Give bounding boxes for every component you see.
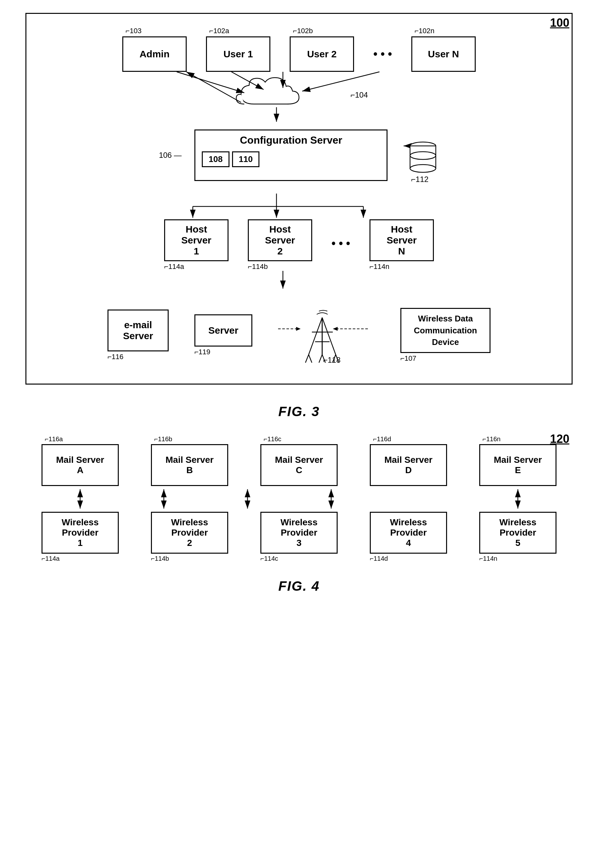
- user1-ref: ⌐102a: [209, 27, 229, 35]
- wp-5-label: WirelessProvider5: [499, 517, 537, 548]
- host-row: HostServer1 ⌐114a HostServer2 ⌐114b • • …: [46, 219, 552, 271]
- ms-a-label: Mail ServerA: [56, 455, 104, 475]
- svg-marker-21: [296, 327, 300, 331]
- admin-box: Admin: [122, 36, 187, 72]
- mail-server-a-box: Mail ServerA: [42, 444, 119, 486]
- ms-d-label: Mail ServerD: [384, 455, 432, 475]
- wireless-provider-row: WirelessProvider1 ⌐114a WirelessProvider…: [25, 512, 573, 562]
- user2-label: User 2: [307, 49, 337, 60]
- host-server-2-label: HostServer2: [265, 224, 295, 257]
- wireless-device-box: Wireless DataCommunicationDevice: [401, 308, 490, 353]
- wp-1-label: WirelessProvider1: [62, 517, 99, 548]
- wp-5-box: WirelessProvider5: [479, 512, 556, 554]
- wp-1-box: WirelessProvider1: [42, 512, 119, 554]
- config-server-label: Configuration Server: [202, 134, 380, 146]
- wp-3-col: WirelessProvider3 ⌐114c: [260, 512, 338, 562]
- mail-server-b-box: Mail ServerB: [151, 444, 228, 486]
- mail-server-e-box: Mail ServerE: [479, 444, 556, 486]
- chip-108: 108: [202, 151, 229, 167]
- svg-line-27: [322, 318, 336, 355]
- wp-4-label: WirelessProvider4: [390, 517, 427, 548]
- svg-line-28: [305, 355, 309, 363]
- wp-1-ref: ⌐114a: [42, 555, 60, 562]
- wp-3-ref: ⌐114c: [260, 555, 278, 562]
- admin-ref: ⌐103: [126, 27, 142, 35]
- external-row: e-mailServer ⌐116 Server ⌐119: [46, 306, 552, 364]
- fig4-diagram: ⌐116a Mail ServerA ⌐116b Mail ServerB ⌐1…: [25, 435, 573, 562]
- server-ref: ⌐119: [194, 348, 211, 356]
- mail-server-b-col: ⌐116b Mail ServerB: [151, 435, 228, 486]
- top-dots: • • •: [373, 40, 392, 72]
- wireless-ref: ⌐107: [401, 354, 417, 363]
- db-icon: [407, 139, 439, 178]
- wp-2-box: WirelessProvider2: [151, 512, 228, 554]
- user1-label: User 1: [223, 49, 253, 60]
- server-box: Server: [194, 314, 252, 346]
- ms-c-label: Mail ServerC: [275, 455, 323, 475]
- svg-line-2: [177, 72, 244, 93]
- host-server-n-label: HostServerN: [387, 224, 417, 257]
- wp-3-label: WirelessProvider3: [281, 517, 318, 548]
- wp-4-col: WirelessProvider4 ⌐114d: [370, 512, 447, 562]
- host2-ref: ⌐114b: [248, 262, 268, 271]
- tower-svg: ⌐118: [278, 306, 375, 364]
- wp-4-box: WirelessProvider4: [370, 512, 447, 554]
- wireless-device-label: Wireless DataCommunicationDevice: [414, 313, 477, 348]
- mail-server-d-col: ⌐116d Mail ServerD: [370, 435, 447, 486]
- email-server-box: e-mailServer: [108, 309, 169, 351]
- wp-5-ref: ⌐114n: [479, 555, 497, 562]
- mail-server-d-box: Mail ServerD: [370, 444, 447, 486]
- cloud-shape: [236, 78, 299, 104]
- wp-2-col: WirelessProvider2 ⌐114b: [151, 512, 228, 562]
- user1-box: User 1: [206, 36, 271, 72]
- config-ref-left: 106 —: [159, 151, 182, 160]
- svg-line-32: [319, 355, 322, 363]
- host-server-2-box: HostServer2: [248, 219, 312, 261]
- wp-3-box: WirelessProvider3: [260, 512, 338, 554]
- wp-4-ref: ⌐114d: [370, 555, 388, 562]
- ms-b-label: Mail ServerB: [166, 455, 214, 475]
- host-server-n-box: HostServerN: [369, 219, 434, 261]
- svg-marker-22: [333, 327, 338, 331]
- fig4-caption: FIG. 4: [278, 579, 320, 594]
- ms-d-ref: ⌐116d: [373, 435, 391, 443]
- svg-line-5: [302, 72, 380, 91]
- wp-5-col: WirelessProvider5 ⌐114n: [479, 512, 556, 562]
- host-server-1-label: HostServer1: [181, 224, 211, 257]
- fig3-caption: FIG. 3: [278, 404, 320, 419]
- host1-ref: ⌐114a: [164, 262, 184, 271]
- tower-ref-text: ⌐118: [323, 355, 341, 364]
- ms-e-label: Mail ServerE: [494, 455, 542, 475]
- config-to-host-arrows: [154, 193, 444, 219]
- svg-line-29: [309, 355, 312, 363]
- usern-label: User N: [428, 49, 459, 60]
- user2-box: User 2: [290, 36, 354, 72]
- ms-c-ref: ⌐116c: [264, 435, 281, 443]
- db-ref: ⌐112: [411, 175, 428, 184]
- email-ref: ⌐116: [108, 353, 124, 361]
- svg-line-26: [309, 318, 322, 355]
- wp-2-ref: ⌐114b: [151, 555, 169, 562]
- config-server-box: Configuration Server 108 110: [194, 129, 387, 181]
- wp-2-label: WirelessProvider2: [171, 517, 208, 548]
- host-dots: • • •: [332, 219, 350, 271]
- mail-server-a-col: ⌐116a Mail ServerA: [42, 435, 119, 486]
- svg-line-7: [186, 72, 241, 102]
- tower-area: ⌐118: [278, 306, 375, 364]
- mail-server-c-box: Mail ServerC: [260, 444, 338, 486]
- svg-point-12: [410, 152, 436, 159]
- wp-1-col: WirelessProvider1 ⌐114a: [42, 512, 119, 562]
- chip-110: 110: [232, 151, 259, 167]
- user2-ref: ⌐102b: [293, 27, 313, 35]
- cloud-ref-text: ⌐104: [350, 90, 368, 99]
- svg-point-11: [410, 165, 436, 172]
- usern-box: User N: [411, 36, 476, 72]
- ms-b-ref: ⌐116b: [154, 435, 172, 443]
- usern-ref: ⌐102n: [414, 27, 435, 35]
- mail-server-c-col: ⌐116c Mail ServerC: [260, 435, 338, 486]
- fig3-diagram: ⌐103 Admin ⌐102a User 1 ⌐102b Use: [25, 13, 573, 385]
- ms-a-ref: ⌐116a: [45, 435, 63, 443]
- config-section: 106 — Configuration Server 108 110: [46, 127, 552, 184]
- email-server-label: e-mailServer: [123, 319, 153, 342]
- server-label: Server: [208, 325, 238, 336]
